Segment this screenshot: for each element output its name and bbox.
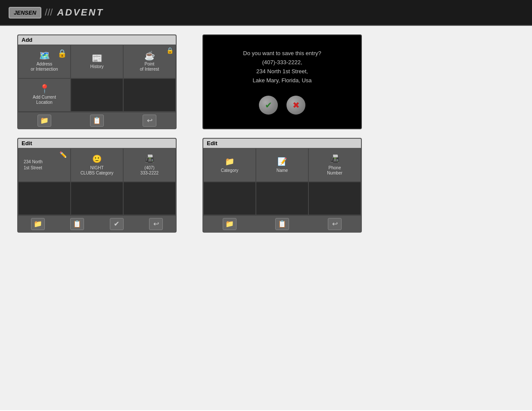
list-icon-3: 📋 <box>278 220 286 228</box>
confirm-dialog: Do you want to save this entry? (407)-33… <box>202 34 362 129</box>
edit-panel-2: Edit 📁 Category 📝 Name 📠 PhoneNumber <box>202 138 362 233</box>
edit-2-title: Edit <box>203 139 361 148</box>
confirm-buttons: ✔ ✖ <box>259 96 305 115</box>
add-panel: Add 🔒 🗺️ Addressor Intersection 📰 Histor… <box>17 34 177 129</box>
history-label: History <box>90 64 103 69</box>
folder-icon: 📁 <box>40 116 49 125</box>
advent-logo: ADVENT <box>57 7 103 18</box>
edit-1-empty-2 <box>71 182 123 215</box>
add-empty-cell-2 <box>123 78 176 112</box>
edit-phone-label: (407)333-2222 <box>140 165 159 176</box>
pencil-icon: ✏️ <box>59 151 67 158</box>
phone-icon-2: 📠 <box>330 154 339 164</box>
back-icon-3: ↩ <box>332 220 338 228</box>
add-address-cell[interactable]: 🔒 🗺️ Addressor Intersection <box>18 45 71 78</box>
x-icon: ✖ <box>292 100 300 110</box>
edit-category-label: NIGHTCLUBS Category <box>81 165 114 176</box>
phone-icon: 📠 <box>145 154 154 164</box>
edit-1-check-btn[interactable]: ✔ <box>110 218 124 230</box>
edit-2-phone-cell[interactable]: 📠 PhoneNumber <box>308 148 361 182</box>
add-toolbar-folder[interactable]: 📁 <box>37 115 51 127</box>
edit-2-phone-label: PhoneNumber <box>327 165 342 176</box>
current-loc-label: Add CurrentLocation <box>33 95 56 105</box>
back-icon-2: ↩ <box>153 220 159 228</box>
edit-1-list-btn[interactable]: 📋 <box>70 218 84 230</box>
edit-2-category-cell[interactable]: 📁 Category <box>203 148 256 182</box>
current-loc-icon: 📍 <box>39 84 50 93</box>
edit-panel-1: Edit ✏️ 234 North1st Street 🙂 NIGHTCLUBS… <box>17 138 177 233</box>
add-panel-toolbar: 📁 📋 ↩ <box>18 112 176 128</box>
confirm-no-button[interactable]: ✖ <box>286 96 305 115</box>
edit-2-name-cell[interactable]: 📝 Name <box>256 148 308 182</box>
add-toolbar-list[interactable]: 📋 <box>90 115 104 127</box>
edit-2-back-btn[interactable]: ↩ <box>328 218 342 230</box>
address-icon: 🗺️ <box>39 51 50 60</box>
poi-icon: ☕ <box>144 51 155 60</box>
list-icon: 📋 <box>93 116 101 125</box>
edit-2-grid: 📁 Category 📝 Name 📠 PhoneNumber <box>203 148 361 215</box>
edit-1-grid: ✏️ 234 North1st Street 🙂 NIGHTCLUBS Cate… <box>18 148 176 215</box>
edit-1-title: Edit <box>18 139 176 148</box>
edit-2-category-label: Category <box>221 168 239 173</box>
add-poi-cell[interactable]: 🔒 ☕ Pointof Interest <box>123 45 176 78</box>
edit-address-label: 234 North1st Street <box>22 159 43 171</box>
back-icon: ↩ <box>147 116 152 125</box>
edit-address-cell[interactable]: ✏️ 234 North1st Street <box>18 148 71 182</box>
edit-phone-cell[interactable]: 📠 (407)333-2222 <box>123 148 176 182</box>
edit-1-empty-3 <box>123 182 176 215</box>
folder-icon-3: 📁 <box>225 220 234 228</box>
header: JENSEN /// ADVENT <box>0 0 532 26</box>
confirm-yes-button[interactable]: ✔ <box>259 96 278 115</box>
address-label: Addressor Intersection <box>31 62 58 72</box>
row-2: Edit ✏️ 234 North1st Street 🙂 NIGHTCLUBS… <box>17 138 515 233</box>
edit-1-empty-1 <box>18 182 71 215</box>
edit-1-toolbar: 📁 📋 ✔ ↩ <box>18 215 176 232</box>
confirm-text: Do you want to save this entry? (407)-33… <box>243 49 321 85</box>
row-1: Add 🔒 🗺️ Addressor Intersection 📰 Histor… <box>17 34 515 129</box>
add-panel-grid: 🔒 🗺️ Addressor Intersection 📰 History 🔒 … <box>18 45 176 112</box>
edit-2-empty-1 <box>203 182 256 215</box>
list-icon-2: 📋 <box>73 220 81 228</box>
add-current-cell[interactable]: 📍 Add CurrentLocation <box>18 78 71 112</box>
smiley-icon: 🙂 <box>92 154 102 164</box>
edit-2-list-btn[interactable]: 📋 <box>275 218 289 230</box>
edit-category-cell[interactable]: 🙂 NIGHTCLUBS Category <box>71 148 123 182</box>
add-empty-cell-1 <box>71 78 123 112</box>
edit-2-empty-2 <box>256 182 308 215</box>
folder-icon-2: 📁 <box>34 220 42 228</box>
poi-label: Pointof Interest <box>140 62 159 72</box>
check-icon: ✔ <box>114 220 119 228</box>
checkmark-icon: ✔ <box>265 100 272 110</box>
edit-2-toolbar: 📁 📋 ↩ <box>203 215 361 232</box>
add-toolbar-back[interactable]: ↩ <box>143 115 156 127</box>
edit-1-back-btn[interactable]: ↩ <box>149 218 163 230</box>
edit-2-empty-3 <box>308 182 361 215</box>
advent-slash: /// <box>45 7 53 18</box>
add-history-cell[interactable]: 📰 History <box>71 45 123 78</box>
name-icon: 📝 <box>277 157 287 166</box>
history-icon: 📰 <box>92 54 103 62</box>
logo: JENSEN /// ADVENT <box>9 7 104 19</box>
add-panel-title: Add <box>18 35 176 45</box>
edit-2-folder-btn[interactable]: 📁 <box>223 218 236 230</box>
category-folder-icon: 📁 <box>225 157 234 166</box>
main-content: Add 🔒 🗺️ Addressor Intersection 📰 Histor… <box>0 26 532 410</box>
edit-2-name-label: Name <box>277 168 288 173</box>
edit-1-folder-btn[interactable]: 📁 <box>31 218 45 230</box>
jensen-logo: JENSEN <box>9 7 41 19</box>
